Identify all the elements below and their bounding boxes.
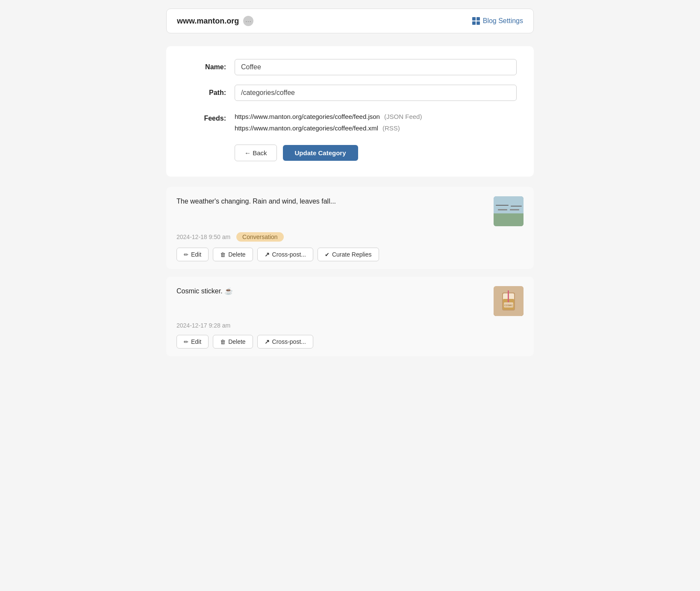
category-form: Name: Path: Feeds: https://www.manton.or… [166,46,534,177]
path-row: Path: [183,85,517,101]
blog-settings-label: Blog Settings [483,17,523,25]
feeds-content: https://www.manton.org/categories/coffee… [235,110,422,132]
more-options-icon[interactable]: ··· [243,16,253,26]
feed-json-line: https://www.manton.org/categories/coffee… [235,113,422,120]
edit-icon [184,338,188,345]
name-row: Name: [183,59,517,75]
svg-rect-3 [476,21,480,25]
feed-rss-url: https://www.manton.org/categories/coffee… [235,124,378,132]
post-actions: Edit Delete Cross-post... [176,335,524,349]
trash-icon [220,338,226,345]
path-label: Path: [183,85,226,97]
button-row: ← Back Update Category [235,145,517,161]
post-meta: 2024-12-17 9:28 am [176,322,524,329]
post-card: Cosmic sticker. ☕ COSMIC 2024-12-17 9:28… [166,277,534,356]
path-input[interactable] [235,85,517,101]
feed-json-label: (JSON Feed) [384,113,422,120]
edit-icon [184,251,188,258]
post-text: The weather's changing. Rain and wind, l… [176,196,494,207]
svg-rect-7 [510,209,519,210]
svg-rect-9 [511,206,522,207]
svg-rect-0 [472,17,476,21]
feeds-label: Feeds: [183,110,226,122]
svg-rect-6 [498,209,507,210]
curate-icon [325,251,329,258]
top-bar-left: www.manton.org ··· [177,16,253,26]
name-input[interactable] [235,59,517,75]
svg-rect-5 [494,213,524,226]
feed-json-url: https://www.manton.org/categories/coffee… [235,113,380,120]
delete-button[interactable]: Delete [213,335,253,349]
feed-rss-line: https://www.manton.org/categories/coffee… [235,124,422,132]
post-tag: Conversation [236,232,284,242]
top-bar: www.manton.org ··· Blog Settings [166,9,534,33]
trash-icon [220,251,226,258]
post-text: Cosmic sticker. ☕ [176,286,494,296]
post-top: The weather's changing. Rain and wind, l… [176,196,524,226]
svg-rect-2 [472,21,476,25]
crosspost-icon [265,251,270,258]
posts-container: The weather's changing. Rain and wind, l… [166,187,534,356]
crosspost-button[interactable]: Cross-post... [257,335,313,349]
post-card: The weather's changing. Rain and wind, l… [166,187,534,269]
post-thumbnail [494,196,524,226]
feeds-row: Feeds: https://www.manton.org/categories… [183,110,517,132]
svg-rect-14 [508,290,509,303]
svg-rect-8 [496,205,509,206]
edit-button[interactable]: Edit [176,335,209,349]
svg-rect-1 [476,17,480,21]
post-date: 2024-12-18 9:50 am [176,233,230,240]
post-thumbnail: COSMIC [494,286,524,316]
edit-button[interactable]: Edit [176,248,209,261]
curate-replies-button[interactable]: Curate Replies [318,248,379,261]
post-meta: 2024-12-18 9:50 am Conversation [176,232,524,242]
blog-settings-link[interactable]: Blog Settings [472,17,523,25]
name-label: Name: [183,59,226,71]
crosspost-button[interactable]: Cross-post... [257,248,313,261]
post-date: 2024-12-17 9:28 am [176,322,230,329]
crosspost-icon [265,338,270,345]
update-category-button[interactable]: Update Category [283,145,358,161]
delete-button[interactable]: Delete [213,248,253,261]
post-top: Cosmic sticker. ☕ COSMIC [176,286,524,316]
back-button[interactable]: ← Back [235,145,277,161]
post-actions: Edit Delete Cross-post... Curate Replies [176,248,524,261]
feed-rss-label: (RSS) [382,124,400,132]
svg-text:COSMIC: COSMIC [504,304,513,307]
site-title: www.manton.org [177,17,239,26]
blog-settings-icon [472,17,480,25]
